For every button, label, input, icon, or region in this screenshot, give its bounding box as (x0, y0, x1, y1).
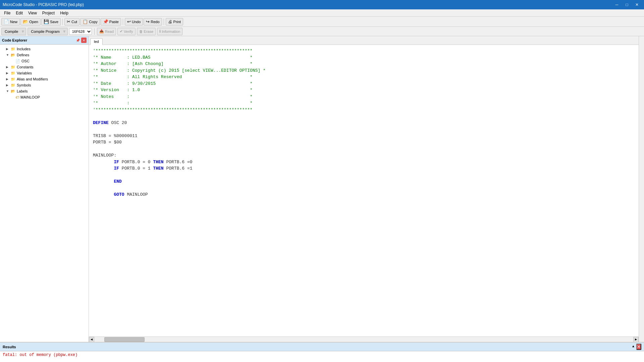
tree-label-mainloop: MAINLOOP (20, 95, 40, 99)
redo-icon: ↪ (146, 19, 150, 24)
horizontal-scrollbar[interactable]: ◀ ▶ (89, 337, 639, 342)
results-controls: ▲ ✕ (631, 344, 641, 350)
save-button[interactable]: 💾 Save (41, 18, 61, 25)
toolbar: 📄 New 📂 Open 💾 Save ✂ Cut 📋 Copy 📌 Paste… (0, 17, 644, 27)
separator-1 (62, 18, 63, 25)
expand-icon: ▼ (6, 53, 9, 57)
scroll-thumb[interactable] (104, 337, 145, 342)
separator-compile (94, 28, 95, 35)
redo-button[interactable]: ↪ Redo (144, 18, 162, 25)
undo-icon: ↩ (127, 19, 131, 24)
folder-icon: 📁 (11, 65, 15, 69)
expand-icon: ▶ (6, 77, 9, 81)
window-controls: ─ □ ✕ (612, 1, 641, 8)
copy-button[interactable]: 📋 Copy (80, 18, 100, 25)
menu-view[interactable]: View (25, 10, 40, 16)
tree-icon-osc: 📄 (15, 59, 20, 63)
undo-label: Undo (132, 20, 141, 24)
read-icon: 📥 (99, 29, 104, 34)
separator-2 (123, 18, 123, 25)
open-icon: 📂 (23, 19, 28, 24)
tree-item-variables[interactable]: ▶ 📁 Variables (0, 70, 89, 76)
paste-label: Paste (109, 20, 119, 24)
cut-button[interactable]: ✂ Cut (64, 18, 79, 25)
scroll-right-button[interactable]: ▶ (633, 337, 639, 342)
tree-item-constants[interactable]: ▶ 📁 Constants (0, 64, 89, 70)
compile-button[interactable]: Compile (3, 29, 20, 34)
separator-3 (164, 18, 164, 25)
tree-label-symbols: Symbols (17, 83, 31, 87)
window-title: MicroCode Studio - PICBASIC PRO (led.pbp… (3, 2, 84, 7)
tab-led[interactable]: led (90, 38, 103, 45)
read-label: Read (105, 29, 114, 34)
tree-label-variables: Variables (17, 71, 32, 75)
save-label: Save (50, 20, 58, 24)
erase-button[interactable]: 🗑 Erase (137, 28, 156, 35)
results-header: Results ▲ ✕ (0, 343, 644, 351)
paste-icon: 📌 (103, 19, 108, 24)
compile-group: Compile ▼ (1, 28, 26, 35)
open-label: Open (29, 20, 38, 24)
main-area: Code Explorer 📌 ✕ ▶ 📁 Includes ▼ 📂 Defin… (0, 36, 644, 342)
expand-icon: ▶ (6, 71, 9, 75)
print-icon: 🖨 (168, 19, 172, 24)
menu-project[interactable]: Project (40, 10, 57, 16)
menu-help[interactable]: Help (57, 10, 71, 16)
cut-icon: ✂ (67, 19, 70, 24)
new-button[interactable]: 📄 New (1, 18, 20, 25)
folder-icon: 📁 (11, 71, 15, 75)
information-button[interactable]: ℹ Information (157, 28, 182, 35)
cut-label: Cut (71, 20, 77, 24)
compile-program-button[interactable]: Compile Program (29, 29, 62, 34)
tree-item-symbols[interactable]: ▶ 📁 Symbols (0, 82, 89, 88)
chip-select[interactable]: 16F628 (69, 28, 92, 35)
tree-item-defines[interactable]: ▼ 📂 Defines (0, 52, 89, 58)
tree-label-constants: Constants (17, 65, 34, 69)
scroll-left-button[interactable]: ◀ (89, 337, 94, 342)
tree-item-mainloop[interactable]: 🏷 MAINLOOP (0, 94, 89, 100)
editor-content[interactable]: '***************************************… (89, 45, 639, 337)
maximize-button[interactable]: □ (623, 1, 631, 8)
explorer-close-button[interactable]: ✕ (81, 38, 87, 43)
new-label: New (10, 20, 17, 24)
compile-program-group: Compile Program ▼ (28, 28, 67, 35)
save-icon: 💾 (44, 19, 49, 24)
folder-icon: 📂 (11, 89, 15, 94)
tree-item-alias[interactable]: ▶ 📁 Alias and Modifiers (0, 76, 89, 82)
read-button[interactable]: 📥 Read (97, 28, 116, 35)
erase-icon: 🗑 (139, 29, 143, 34)
right-gutter (639, 36, 644, 342)
close-button[interactable]: ✕ (633, 1, 641, 8)
scroll-track[interactable] (94, 337, 633, 342)
menu-file[interactable]: File (1, 10, 13, 16)
tree-label-defines: Defines (17, 53, 29, 57)
results-expand-icon[interactable]: ▲ (631, 344, 636, 350)
expand-icon: ▶ (6, 65, 9, 69)
folder-icon: 📁 (11, 77, 15, 81)
minimize-button[interactable]: ─ (612, 1, 621, 8)
menu-bar: File Edit View Project Help (0, 9, 644, 17)
explorer-title: Code Explorer (2, 38, 27, 42)
folder-icon: 📁 (11, 47, 15, 51)
print-button[interactable]: 🖨 Print (166, 18, 183, 25)
menu-edit[interactable]: Edit (13, 10, 25, 16)
code-display[interactable]: '***************************************… (89, 45, 639, 201)
undo-button[interactable]: ↩ Undo (125, 18, 143, 25)
explorer-pin-button[interactable]: 📌 (75, 38, 80, 43)
tree-item-osc[interactable]: 📄 OSC (0, 58, 89, 64)
paste-button[interactable]: 📌 Paste (101, 18, 121, 25)
results-title: Results (3, 345, 16, 349)
open-button[interactable]: 📂 Open (20, 18, 41, 25)
copy-icon: 📋 (83, 19, 88, 24)
info-label: Information (162, 29, 180, 34)
results-close-button[interactable]: ✕ (636, 344, 641, 350)
results-panel: Results ▲ ✕ fatal: out of memory (pbpw.e… (0, 342, 644, 362)
new-icon: 📄 (4, 19, 9, 24)
erase-label: Erase (144, 29, 154, 34)
tree-item-labels[interactable]: ▼ 📂 Labels (0, 88, 89, 94)
tree-item-includes[interactable]: ▶ 📁 Includes (0, 46, 89, 52)
print-label: Print (173, 20, 181, 24)
verify-button[interactable]: ✔ Verify (117, 28, 136, 35)
expand-icon: ▶ (6, 47, 9, 51)
expand-icon: ▶ (6, 83, 9, 87)
